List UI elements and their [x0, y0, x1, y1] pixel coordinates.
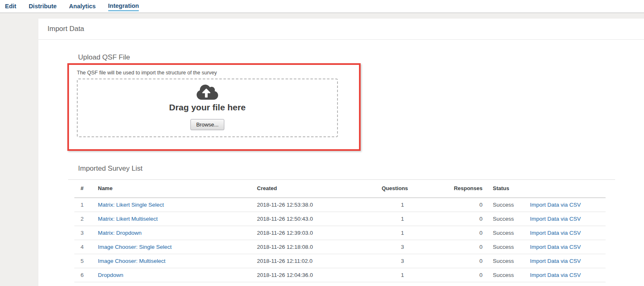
col-header-responses: Responses	[408, 179, 487, 198]
created-cell: 2018-11-26 12:39:03.0	[257, 226, 382, 240]
survey-name-link[interactable]: Matrix: Likert Single Select	[98, 202, 164, 208]
table-row: 3 Matrix: Dropdown 2018-11-26 12:39:03.0…	[74, 226, 606, 240]
questions-cell: 1	[382, 268, 408, 282]
survey-table: # Name Created Questions Responses Statu…	[74, 179, 606, 282]
questions-cell: 1	[382, 212, 408, 226]
tab-analytics[interactable]: Analytics	[69, 2, 95, 10]
status-cell: Success	[487, 198, 526, 212]
status-cell: Success	[487, 226, 526, 240]
col-header-number: #	[74, 179, 98, 198]
action-cell: Import Data via CSV	[526, 212, 606, 226]
page-title: Import Data	[48, 25, 84, 33]
created-cell: 2018-11-26 12:53:38.0	[257, 198, 382, 212]
row-number: 5	[74, 254, 98, 268]
survey-tabbar: Edit Distribute Analytics Integration	[0, 0, 644, 13]
responses-cell: 0	[408, 226, 487, 240]
import-csv-link[interactable]: Import Data via CSV	[530, 272, 581, 278]
import-data-panel: Import Data Upload QSF File The QSF file…	[38, 19, 644, 286]
survey-name-cell: Image Chooser: Single Select	[98, 240, 257, 254]
table-row: 5 Image Chooser: Multiselect 2018-11-26 …	[74, 254, 606, 268]
col-header-created: Created	[257, 179, 382, 198]
browse-button[interactable]: Browse...	[190, 119, 224, 130]
col-header-action	[526, 179, 606, 198]
action-cell: Import Data via CSV	[526, 226, 606, 240]
row-number: 2	[74, 212, 98, 226]
action-cell: Import Data via CSV	[526, 268, 606, 282]
drag-file-label: Drag your file here	[169, 102, 246, 112]
upload-description: The QSF file will be used to import the …	[77, 70, 217, 76]
import-csv-link[interactable]: Import Data via CSV	[530, 202, 581, 208]
questions-cell: 3	[382, 254, 408, 268]
questions-cell: 1	[382, 198, 408, 212]
action-cell: Import Data via CSV	[526, 198, 606, 212]
col-header-name: Name	[98, 179, 257, 198]
survey-name-link[interactable]: Image Chooser: Multiselect	[98, 258, 166, 264]
col-header-status: Status	[487, 179, 526, 198]
survey-name-cell: Matrix: Likert Multiselect	[98, 212, 257, 226]
created-cell: 2018-11-26 12:50:43.0	[257, 212, 382, 226]
imported-survey-table: # Name Created Questions Responses Statu…	[74, 179, 606, 282]
tab-edit[interactable]: Edit	[5, 2, 16, 10]
survey-name-link[interactable]: Image Chooser: Single Select	[98, 244, 172, 250]
row-number: 4	[74, 240, 98, 254]
created-cell: 2018-11-26 12:18:08.0	[257, 240, 382, 254]
upload-highlight-box: The QSF file will be used to import the …	[67, 63, 361, 151]
survey-name-cell: Image Chooser: Multiselect	[98, 254, 257, 268]
responses-cell: 0	[408, 198, 487, 212]
survey-name-link[interactable]: Dropdown	[98, 272, 124, 278]
status-cell: Success	[487, 212, 526, 226]
cloud-upload-icon	[197, 83, 218, 101]
tab-integration[interactable]: Integration	[108, 2, 139, 11]
survey-name-link[interactable]: Matrix: Dropdown	[98, 230, 142, 236]
created-cell: 2018-11-26 12:04:36.0	[257, 268, 382, 282]
row-number: 1	[74, 198, 98, 212]
responses-cell: 0	[408, 268, 487, 282]
survey-name-cell: Matrix: Likert Single Select	[98, 198, 257, 212]
import-data-screen: Edit Distribute Analytics Integration Im…	[0, 0, 644, 286]
table-row: 2 Matrix: Likert Multiselect 2018-11-26 …	[74, 212, 606, 226]
survey-list-section-title: Imported Survey List	[78, 164, 143, 173]
status-cell: Success	[487, 268, 526, 282]
import-csv-link[interactable]: Import Data via CSV	[530, 244, 581, 250]
tab-distribute[interactable]: Distribute	[29, 2, 57, 10]
panel-header: Import Data	[38, 19, 644, 40]
responses-cell: 0	[408, 212, 487, 226]
survey-table-body: 1 Matrix: Likert Single Select 2018-11-2…	[74, 198, 606, 282]
status-cell: Success	[487, 254, 526, 268]
col-header-questions: Questions	[382, 179, 408, 198]
import-csv-link[interactable]: Import Data via CSV	[530, 216, 581, 222]
created-cell: 2018-11-26 12:11:02.0	[257, 254, 382, 268]
table-row: 6 Dropdown 2018-11-26 12:04:36.0 1 0 Suc…	[74, 268, 606, 282]
questions-cell: 1	[382, 226, 408, 240]
table-row: 4 Image Chooser: Single Select 2018-11-2…	[74, 240, 606, 254]
action-cell: Import Data via CSV	[526, 254, 606, 268]
import-csv-link[interactable]: Import Data via CSV	[530, 230, 581, 236]
action-cell: Import Data via CSV	[526, 240, 606, 254]
status-cell: Success	[487, 240, 526, 254]
table-row: 1 Matrix: Likert Single Select 2018-11-2…	[74, 198, 606, 212]
responses-cell: 0	[408, 254, 487, 268]
questions-cell: 3	[382, 240, 408, 254]
survey-name-link[interactable]: Matrix: Likert Multiselect	[98, 216, 158, 222]
survey-name-cell: Matrix: Dropdown	[98, 226, 257, 240]
survey-name-cell: Dropdown	[98, 268, 257, 282]
responses-cell: 0	[408, 240, 487, 254]
row-number: 6	[74, 268, 98, 282]
upload-section-title: Upload QSF File	[78, 53, 130, 62]
table-header-row: # Name Created Questions Responses Statu…	[74, 179, 606, 198]
import-csv-link[interactable]: Import Data via CSV	[530, 258, 581, 264]
file-dropzone[interactable]: Drag your file here Browse...	[77, 79, 338, 137]
row-number: 3	[74, 226, 98, 240]
